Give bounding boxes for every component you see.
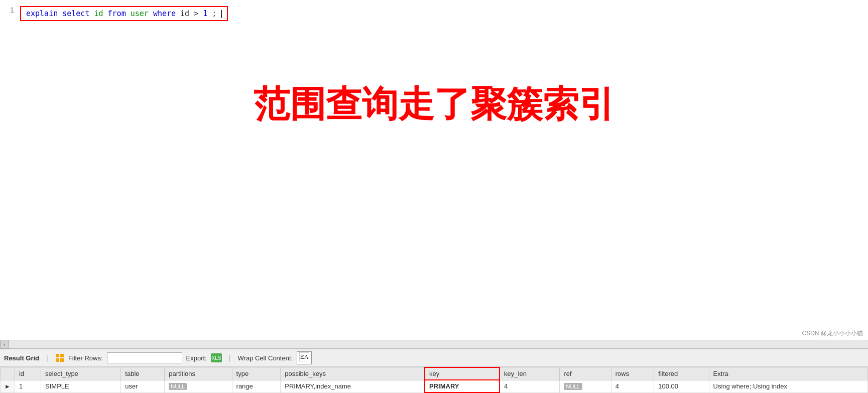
sql-keyword-from: from <box>108 9 126 18</box>
cell-id: 1 <box>15 380 41 392</box>
col-header-type: type <box>232 367 281 380</box>
grid-icon <box>55 353 64 362</box>
divider2: | <box>228 354 232 362</box>
sql-line: 1 explain select id from user where id >… <box>0 4 868 23</box>
cell-rows: 4 <box>611 380 654 392</box>
watermark: CSDN @龙小小小小猫 <box>802 329 863 338</box>
cell-filtered: 100.00 <box>654 380 709 392</box>
sql-field: id <box>94 9 103 18</box>
wrap-icon[interactable]: ΞA <box>297 351 312 364</box>
svg-text:XLS: XLS <box>211 355 221 361</box>
table-row: ► 1 SIMPLE user NULL range PRIMARY,index… <box>1 380 868 392</box>
wrap-cell-label: Wrap Cell Content: <box>238 354 293 362</box>
annotation-text: 范围查询走了聚簇索引 <box>254 80 615 128</box>
col-header-rows: rows <box>611 367 654 380</box>
sql-keyword-where: where <box>153 9 176 18</box>
col-header-possible-keys: possible_keys <box>281 367 425 380</box>
col-header-ref: ref <box>560 367 611 380</box>
col-header-key-len: key_len <box>500 367 560 380</box>
null-badge-partitions: NULL <box>169 383 187 390</box>
text-cursor <box>221 10 222 18</box>
play-icon: ► <box>5 383 11 390</box>
sql-number: 1 <box>203 9 207 18</box>
cell-select-type: SIMPLE <box>41 380 121 392</box>
cell-key-len: 4 <box>500 380 560 392</box>
export-icon[interactable]: XLS <box>211 353 222 362</box>
filter-input[interactable] <box>107 352 182 363</box>
result-toolbar: Result Grid | Filter Rows: Export: XLS |… <box>0 349 868 367</box>
sql-keyword-select: select <box>62 9 89 18</box>
sql-keyword-explain: explain <box>26 9 58 18</box>
svg-rect-0 <box>56 354 59 357</box>
col-header-key: key <box>425 367 500 380</box>
svg-rect-3 <box>60 358 64 362</box>
col-header-indicator <box>1 367 15 380</box>
col-header-select-type: select_type <box>41 367 121 380</box>
cell-key: PRIMARY <box>425 380 500 392</box>
filter-label: Filter Rows: <box>68 354 103 362</box>
scroll-left-arrow[interactable]: ‹ <box>0 340 9 349</box>
result-grid-label: Result Grid <box>4 354 39 362</box>
horizontal-scrollbar[interactable]: ‹ <box>0 340 868 349</box>
divider1: | <box>45 354 49 362</box>
col-header-id: id <box>15 367 41 380</box>
cell-table: user <box>121 380 165 392</box>
line-number: 1 <box>5 6 20 14</box>
cell-extra: Using where; Using index <box>709 380 868 392</box>
table-container: id select_type table partitions type pos… <box>0 367 868 393</box>
row-play-indicator: ► <box>1 380 15 392</box>
svg-rect-2 <box>56 358 59 362</box>
svg-rect-1 <box>60 354 64 357</box>
cell-type: range <box>232 380 281 392</box>
col-header-filtered: filtered <box>654 367 709 380</box>
sql-table: user <box>131 9 149 18</box>
svg-text:ΞA: ΞA <box>300 353 309 360</box>
col-header-extra: Extra <box>709 367 868 380</box>
col-header-partitions: partitions <box>165 367 232 380</box>
editor-area: 1 explain select id from user where id >… <box>0 0 868 340</box>
main-container: 1 explain select id from user where id >… <box>0 0 868 393</box>
scrollbar-track[interactable] <box>9 340 868 348</box>
cell-partitions: NULL <box>165 380 232 392</box>
cell-ref: NULL <box>560 380 611 392</box>
result-table: id select_type table partitions type pos… <box>0 367 868 393</box>
table-header-row: id select_type table partitions type pos… <box>1 367 868 380</box>
cell-possible-keys: PRIMARY,index_name <box>281 380 425 392</box>
sql-code-box[interactable]: explain select id from user where id > 1… <box>20 6 228 21</box>
col-header-table: table <box>121 367 165 380</box>
export-label: Export: <box>186 354 207 362</box>
null-badge-ref: NULL <box>564 383 582 390</box>
